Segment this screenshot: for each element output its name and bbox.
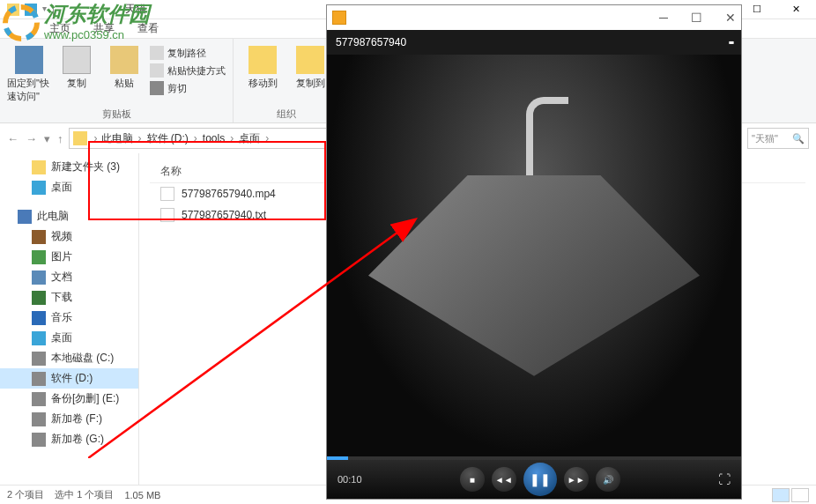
close-button[interactable]: ✕ xyxy=(776,0,816,19)
player-titlebar: ─ ☐ ✕ xyxy=(327,5,741,30)
sidebar-music[interactable]: 音乐 xyxy=(0,308,138,328)
player-maximize-button[interactable]: ☐ xyxy=(691,11,702,25)
dropdown-icon[interactable]: ▾ xyxy=(42,4,47,16)
back-button[interactable]: ← xyxy=(7,132,19,145)
sidebar-video[interactable]: 视频 xyxy=(0,226,138,247)
search-icon: 🔍 xyxy=(792,133,805,145)
player-title: 577987657940 xyxy=(336,36,406,48)
player-time: 00:10 xyxy=(338,474,362,485)
paste-button[interactable]: 粘贴 xyxy=(102,42,146,90)
tab-share[interactable]: 共享 xyxy=(93,21,115,36)
sidebar-documents[interactable]: 文档 xyxy=(0,267,138,287)
player-menu-icon[interactable]: ▪▪ xyxy=(728,36,732,48)
sidebar-desktop2[interactable]: 桌面 xyxy=(0,328,138,348)
cut-button[interactable]: 剪切 xyxy=(150,81,226,95)
file-icon xyxy=(160,208,174,222)
organize-group-label: 组织 xyxy=(241,106,332,121)
up-button[interactable]: ↑ xyxy=(57,132,63,145)
sidebar-this-pc[interactable]: 此电脑 xyxy=(0,206,138,226)
sidebar-downloads[interactable]: 下载 xyxy=(0,287,138,308)
app-icon xyxy=(25,4,37,16)
crumb-tools[interactable]: tools xyxy=(203,132,239,145)
video-content-faucet xyxy=(526,115,533,185)
forward-button[interactable]: → xyxy=(26,132,37,145)
fullscreen-button[interactable]: ⛶ xyxy=(718,472,731,486)
folder-icon xyxy=(73,131,87,145)
view-details-button[interactable] xyxy=(772,488,790,502)
player-close-button[interactable]: ✕ xyxy=(725,11,736,25)
player-app-icon xyxy=(332,11,346,25)
maximize-button[interactable]: ☐ xyxy=(737,0,776,19)
status-item-count: 2 个项目 xyxy=(7,488,44,501)
sidebar-desktop[interactable]: 桌面 xyxy=(0,177,138,197)
tab-home[interactable]: 主页 xyxy=(49,21,70,36)
sidebar-disk-c[interactable]: 本地磁盘 (C:) xyxy=(0,348,138,368)
play-pause-button[interactable]: ❚❚ xyxy=(523,463,557,496)
sidebar: 新建文件夹 (3) 桌面 此电脑 视频 图片 文档 下载 音乐 桌面 本地磁盘 … xyxy=(0,153,139,485)
copy-button[interactable]: 复制 xyxy=(55,42,99,90)
paste-shortcut-button[interactable]: 粘贴快捷方式 xyxy=(150,63,226,78)
crumb-desktop[interactable]: 桌面 xyxy=(239,131,274,146)
sidebar-disk-e[interactable]: 备份[勿删] (E:) xyxy=(0,389,138,409)
sidebar-new-folder[interactable]: 新建文件夹 (3) xyxy=(0,157,138,177)
stop-button[interactable]: ■ xyxy=(460,467,485,492)
player-video-area[interactable] xyxy=(327,55,741,456)
copy-path-button[interactable]: 复制路径 xyxy=(150,46,226,60)
move-to-button[interactable]: 移动到 xyxy=(241,42,285,90)
player-controls: 00:10 ■ ◄◄ ❚❚ ►► 🔊 ⛶ xyxy=(327,460,741,499)
next-button[interactable]: ►► xyxy=(564,467,589,492)
tab-view[interactable]: 查看 xyxy=(137,21,159,36)
player-minimize-button[interactable]: ─ xyxy=(659,11,668,25)
search-input[interactable]: "天猫" 🔍 xyxy=(747,128,809,149)
media-player-window: ─ ☐ ✕ 577987657940 ▪▪ 00:10 ■ ◄◄ ❚❚ ►► 🔊… xyxy=(326,4,742,500)
crumb-drive-d[interactable]: 软件 (D:) xyxy=(147,131,203,146)
window-title: 天猫 xyxy=(125,2,146,17)
file-icon xyxy=(160,187,174,201)
view-icons-button[interactable] xyxy=(791,488,809,502)
status-selected: 选中 1 个项目 xyxy=(55,488,114,501)
status-size: 1.05 MB xyxy=(124,490,160,500)
history-dropdown[interactable]: ▾ xyxy=(44,132,50,145)
folder-icon xyxy=(7,4,19,16)
pin-button[interactable]: 固定到"快速访问" xyxy=(7,42,51,103)
clipboard-group-label: 剪贴板 xyxy=(7,106,226,121)
player-header: 577987657940 ▪▪ xyxy=(327,30,741,55)
previous-button[interactable]: ◄◄ xyxy=(492,467,516,492)
crumb-this-pc[interactable]: 此电脑 xyxy=(101,131,147,146)
video-content-sink xyxy=(368,175,700,376)
sidebar-disk-d[interactable]: 软件 (D:) xyxy=(0,368,138,389)
sidebar-disk-g[interactable]: 新加卷 (G:) xyxy=(0,429,138,449)
volume-button[interactable]: 🔊 xyxy=(596,467,620,492)
sidebar-disk-f[interactable]: 新加卷 (F:) xyxy=(0,409,138,429)
sidebar-pictures[interactable]: 图片 xyxy=(0,247,138,267)
